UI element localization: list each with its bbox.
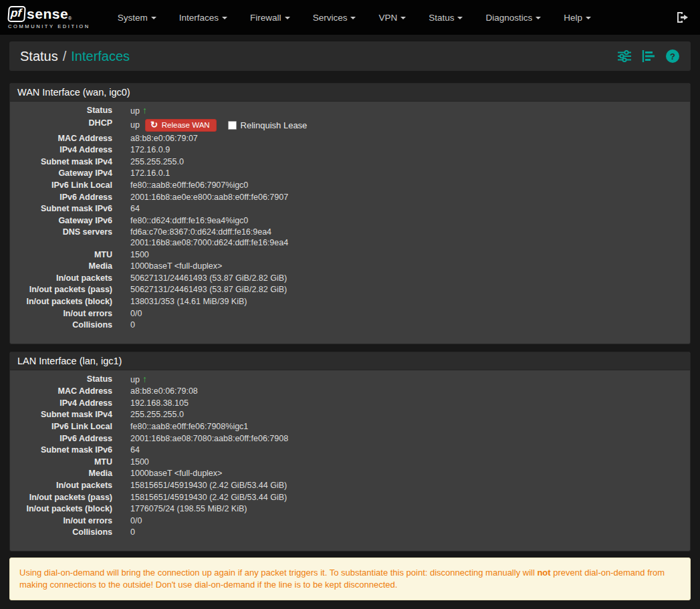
- status-value: up: [130, 106, 140, 116]
- breadcrumb-page[interactable]: Interfaces: [71, 49, 130, 64]
- table-row: IPv6 Link Localfe80::aab8:e0ff:fe06:7907…: [10, 180, 690, 192]
- table-row: Subnet mask IPv664: [10, 445, 690, 457]
- nav-item-label: System: [118, 13, 148, 23]
- row-value: a8:b8:e0:06:79:07: [119, 133, 690, 145]
- svg-text:?: ?: [670, 51, 675, 62]
- nav-item-status[interactable]: Status: [417, 0, 474, 35]
- row-value: 2001:16b8:ae08:7080:aab8:e0ff:fe06:7908: [119, 433, 690, 445]
- nav-item-label: Interfaces: [179, 13, 219, 23]
- table-row: DNS serversfd6a:c70e:8367:0:d624:ddff:fe…: [10, 227, 690, 249]
- row-value: 15815651/45919430 (2.42 GiB/53.44 GiB): [119, 480, 690, 492]
- sliders-icon[interactable]: [617, 49, 632, 63]
- table-row: Subnet mask IPv4255.255.255.0: [10, 156, 690, 168]
- nav-item-label: Help: [564, 13, 582, 23]
- row-label: IPv6 Address: [10, 433, 119, 445]
- row-value: a8:b8:e0:06:79:08: [119, 386, 690, 398]
- row-value: 1000baseT <full-duplex>: [119, 261, 690, 273]
- pfsense-logo-wordmark: pf sense ®: [8, 6, 90, 22]
- table-row: Subnet mask IPv4255.255.255.0: [10, 409, 690, 421]
- row-value: up↑: [119, 105, 690, 118]
- row-value: 0: [119, 320, 690, 332]
- wan-interface-table: Statusup↑DHCPup↻Release WANRelinquish Le…: [10, 105, 690, 332]
- row-value: fe80::d624:ddff:fe16:9ea4%igc0: [119, 215, 690, 227]
- nav-item-label: VPN: [378, 13, 397, 23]
- chart-icon[interactable]: [642, 49, 655, 63]
- nav-item-firewall[interactable]: Firewall: [239, 0, 302, 35]
- table-row: In/out packets (pass)15815651/45919430 (…: [10, 492, 690, 504]
- table-row: MAC Addressa8:b8:e0:06:79:08: [10, 386, 690, 398]
- table-row: In/out packets (pass)50627131/24461493 (…: [10, 284, 690, 296]
- row-label: Gateway IPv4: [10, 168, 119, 180]
- row-label: Subnet mask IPv4: [10, 156, 119, 168]
- row-value: fe80::aab8:e0ff:fe06:7907%igc0: [119, 180, 690, 192]
- pfsense-logo[interactable]: pf sense ® COMMUNITY EDITION: [8, 6, 90, 29]
- row-label: MAC Address: [10, 386, 119, 398]
- help-icon[interactable]: ?: [665, 49, 680, 64]
- nav-item-system[interactable]: System: [106, 0, 168, 35]
- chevron-down-icon: [586, 17, 591, 19]
- table-row: IPv6 Address2001:16b8:ae0e:e800:aab8:e0f…: [10, 192, 690, 204]
- breadcrumb-section[interactable]: Status: [20, 49, 58, 64]
- row-value: 64: [119, 203, 690, 215]
- row-label: IPv6 Link Local: [10, 180, 119, 192]
- sign-out-icon[interactable]: [676, 11, 689, 23]
- nav-item-diagnostics[interactable]: Diagnostics: [474, 0, 552, 35]
- row-value: 2001:16b8:ae0e:e800:aab8:e0ff:fe06:7907: [119, 192, 690, 204]
- chevron-down-icon: [151, 17, 156, 19]
- row-value: 50627131/24461493 (53.87 GiB/2.82 GiB): [119, 284, 690, 296]
- nav-item-label: Services: [313, 13, 348, 23]
- nav-item-interfaces[interactable]: Interfaces: [168, 0, 239, 35]
- row-label: Subnet mask IPv6: [10, 445, 119, 457]
- nav-item-services[interactable]: Services: [302, 0, 368, 35]
- row-label: Collisions: [10, 527, 119, 539]
- table-row: In/out errors0/0: [10, 308, 690, 320]
- table-row: Statusup↑: [10, 105, 690, 118]
- dhcp-status-value: up: [130, 118, 140, 132]
- row-label: In/out errors: [10, 308, 119, 320]
- row-label: IPv6 Address: [10, 192, 119, 204]
- chevron-down-icon: [400, 17, 406, 19]
- chevron-down-icon: [536, 17, 541, 19]
- table-row: IPv4 Address172.16.0.9: [10, 144, 690, 156]
- nav-item-label: Status: [429, 13, 454, 23]
- table-row: MTU1500: [10, 457, 690, 469]
- table-row: Gateway IPv4172.16.0.1: [10, 168, 690, 180]
- row-value: 0/0: [119, 515, 690, 527]
- chevron-down-icon: [457, 17, 463, 19]
- row-value: 255.255.255.0: [119, 156, 690, 168]
- release-wan-label: Release WAN: [162, 121, 210, 129]
- row-label: IPv4 Address: [10, 144, 119, 156]
- row-value: 172.16.0.9: [119, 144, 690, 156]
- lan-interface-panel: LAN Interface (lan, igc1) Statusup↑MAC A…: [9, 352, 691, 552]
- row-label: Status: [10, 374, 119, 386]
- row-value: 0/0: [119, 308, 690, 320]
- refresh-icon: ↻: [150, 121, 158, 129]
- row-value: 1500: [119, 457, 690, 469]
- row-label: IPv6 Link Local: [10, 421, 119, 433]
- row-label: In/out packets (pass): [10, 284, 119, 296]
- status-value: up: [130, 375, 140, 384]
- row-value: 1000baseT <full-duplex>: [119, 468, 690, 480]
- status-up-arrow-icon: ↑: [142, 105, 147, 116]
- release-wan-button[interactable]: ↻Release WAN: [145, 119, 217, 132]
- row-label: Media: [10, 261, 119, 273]
- table-row: Collisions0: [10, 320, 690, 332]
- nav-item-vpn[interactable]: VPN: [367, 0, 417, 35]
- top-navbar: pf sense ® COMMUNITY EDITION SystemInter…: [0, 0, 700, 35]
- breadcrumb: Status / Interfaces: [9, 41, 691, 71]
- nav-item-help[interactable]: Help: [552, 0, 602, 35]
- table-row: In/out packets (block)1776075/24 (198.55…: [10, 503, 690, 515]
- row-label: Media: [10, 468, 119, 480]
- row-label: In/out errors: [10, 515, 119, 527]
- row-label: In/out packets: [10, 273, 119, 285]
- table-row: In/out packets15815651/45919430 (2.42 Gi…: [10, 480, 690, 492]
- table-row: In/out packets (block)138031/353 (14.61 …: [10, 296, 690, 308]
- table-row: DHCPup↻Release WANRelinquish Lease: [10, 118, 690, 133]
- row-label: DNS servers: [10, 227, 119, 249]
- row-value: 0: [119, 527, 690, 539]
- table-row: In/out packets50627131/24461493 (53.87 G…: [10, 273, 690, 285]
- table-row: Gateway IPv6fe80::d624:ddff:fe16:9ea4%ig…: [10, 215, 690, 227]
- dial-on-demand-warning: Using dial-on-demand will bring the conn…: [9, 558, 691, 600]
- row-value: 192.168.38.105: [119, 398, 690, 410]
- relinquish-lease-checkbox[interactable]: [228, 121, 237, 130]
